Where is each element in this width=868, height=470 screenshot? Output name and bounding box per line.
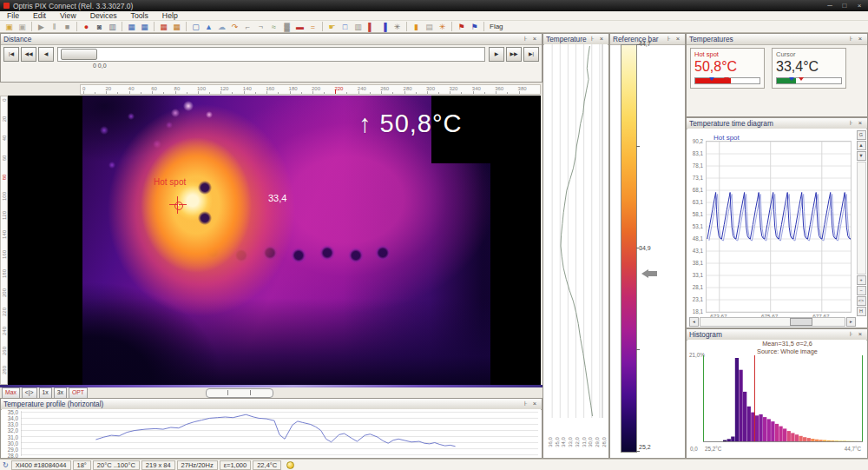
menu-item-edit[interactable]: Edit	[26, 11, 53, 20]
nav-back-button-0[interactable]: |◀	[3, 47, 19, 62]
pin-icon[interactable]: ⊦	[847, 330, 856, 339]
hotspot-crosshair-marker[interactable]	[173, 200, 183, 210]
time-corner-button-3[interactable]: H	[857, 307, 866, 316]
close-icon[interactable]: ×	[597, 35, 606, 43]
hprofile-ytick-4: 31,0	[3, 434, 18, 440]
toolbar-play-icon[interactable]: ▶	[36, 22, 47, 32]
distance-slider[interactable]	[57, 47, 485, 62]
toolbar-stop-icon[interactable]: ■	[62, 22, 73, 32]
time-hscroll-thumb[interactable]	[790, 318, 812, 326]
menu-item-tools[interactable]: Tools	[124, 11, 155, 20]
cursor-card-bar	[776, 77, 842, 84]
time-vscroll-track[interactable]	[857, 162, 866, 275]
toolbar-palette-blue-icon[interactable]: ▐	[378, 22, 390, 32]
toolbar-snapshot-icon[interactable]: ◙	[94, 22, 105, 32]
histogram-title: Histogram	[689, 330, 722, 339]
scroll-left-arrow[interactable]: ◂	[689, 317, 699, 327]
toolbar-line-diagram-icon[interactable]: ≈	[268, 22, 279, 32]
toolbar-star-icon[interactable]: ✳	[437, 22, 448, 32]
toolbar-flag-red-icon[interactable]: ⚑	[456, 22, 467, 32]
ruler-tick	[370, 92, 371, 94]
toolbar-flag-blue-icon[interactable]: ⚑	[469, 22, 480, 32]
toolbar-subtract-icon[interactable]: ▬	[294, 22, 306, 32]
toolbar-table-orange-icon[interactable]: ▦	[171, 22, 182, 32]
toolbar-arrow-redo-icon[interactable]: ↷	[229, 22, 240, 32]
close-icon[interactable]: ×	[674, 35, 682, 43]
time-side-button-0[interactable]: G	[857, 130, 866, 140]
toolbar-pause-icon[interactable]: ‖	[49, 22, 60, 32]
maximize-button[interactable]: □	[839, 2, 850, 10]
toolbar-range-icon[interactable]: =	[307, 22, 319, 32]
toolbar-palette-red-icon[interactable]: ▌	[365, 22, 377, 32]
toolbar-hand-icon[interactable]: ☛	[326, 22, 338, 32]
toolbar-open-file-icon[interactable]: ▣	[3, 22, 15, 32]
vprofile-xtick-3: 33,0	[568, 437, 573, 447]
toolbar-cloud-icon[interactable]: ☁	[216, 22, 227, 32]
pin-icon[interactable]: ⊦	[665, 35, 674, 43]
time-ytick-9: 43,1	[687, 248, 703, 254]
close-icon[interactable]: ×	[530, 400, 539, 408]
lamp-icon[interactable]	[286, 461, 294, 469]
toolbar-record-icon[interactable]: ●	[81, 22, 92, 32]
menu-item-help[interactable]: Help	[155, 11, 185, 20]
ruler-left-label-200: 200	[2, 287, 7, 299]
nav-forward-button-0[interactable]: ▶	[489, 47, 504, 62]
time-side-button-2[interactable]: ▼	[857, 151, 866, 161]
distance-slider-thumb[interactable]	[61, 49, 97, 60]
time-ytick-11: 33,1	[687, 272, 703, 278]
toolbar-temp-box-icon[interactable]: ▮	[411, 22, 422, 32]
ruler-left-label-60: 60	[2, 152, 7, 164]
toolbar-histogram-tool-icon[interactable]: ▓	[281, 22, 293, 32]
close-button[interactable]: ×	[854, 2, 865, 10]
ruler-tick	[187, 92, 187, 94]
nav-back-button-1[interactable]: ◀◀	[21, 47, 36, 62]
time-corner-button-1[interactable]: −	[857, 286, 866, 295]
ruler-left-label-100: 100	[2, 190, 7, 202]
toolbar-table-red-icon[interactable]: ▦	[158, 22, 169, 32]
thermal-canvas[interactable]: Hot spot 33,4 ↑ 50,8°C	[8, 96, 541, 385]
nav-forward-button-2[interactable]: ▶|	[523, 47, 539, 62]
toolbar-table-blue-icon[interactable]: ▦	[126, 22, 137, 32]
pin-icon[interactable]: ⊦	[847, 35, 856, 43]
scale-arrow-marker[interactable]	[641, 269, 659, 278]
toolbar-chart-peak-icon[interactable]: ▲	[203, 22, 214, 32]
scroll-right-arrow[interactable]: ▸	[846, 317, 856, 327]
close-icon[interactable]: ×	[856, 330, 865, 339]
time-ytick-13: 23,1	[687, 296, 703, 302]
toolbar-profile-horizontal-icon[interactable]: ⌐	[242, 22, 253, 32]
toolbar-settings-icon[interactable]: ✳	[391, 22, 403, 32]
nav-forward-button-1[interactable]: ▶▶	[506, 47, 522, 62]
pin-icon[interactable]: ⊦	[847, 119, 856, 128]
toolbar-table-blue-2-icon[interactable]: ▦	[139, 22, 150, 32]
close-icon[interactable]: ×	[530, 35, 539, 43]
zoom-slider[interactable]	[206, 388, 273, 398]
menu-item-view[interactable]: View	[53, 11, 83, 20]
toolbar-save-icon[interactable]: ▣	[16, 22, 28, 32]
toolbar-grid-2-icon[interactable]: ▤	[424, 22, 435, 32]
nav-back-button-2[interactable]: ◀	[38, 47, 54, 62]
time-corner-button-0[interactable]: +	[857, 275, 866, 285]
toolbar-new-view-icon[interactable]: ▢	[190, 22, 201, 32]
ruler-tick	[266, 91, 267, 94]
toolbar-select-area-icon[interactable]: □	[339, 22, 351, 32]
toolbar-profile-vertical-icon[interactable]: ¬	[255, 22, 266, 32]
ruler-tick	[427, 91, 428, 94]
close-icon[interactable]: ×	[856, 119, 865, 128]
time-hscroll-track[interactable]	[700, 317, 845, 327]
close-icon[interactable]: ×	[856, 35, 865, 43]
menu-item-devices[interactable]: Devices	[83, 11, 124, 20]
pin-icon[interactable]: ⊦	[589, 35, 597, 43]
time-diagram-horizontal-scrollbar: ◂▸	[689, 318, 856, 326]
ruler-left-label-40: 40	[2, 132, 7, 144]
toolbar-copy-icon[interactable]: ▥	[107, 22, 118, 32]
pin-icon[interactable]: ⊦	[522, 400, 530, 408]
pin-icon[interactable]: ⊦	[522, 35, 530, 43]
ruler-tick	[381, 91, 382, 94]
time-corner-button-2[interactable]: <>	[857, 296, 866, 306]
time-diagram-title: Temperature time diagram	[689, 119, 773, 128]
time-side-button-1[interactable]: ▲	[857, 141, 866, 150]
ruler-tick	[392, 92, 393, 94]
minimize-button[interactable]: ─	[825, 2, 835, 10]
toolbar-gray-grid-icon[interactable]: ▥	[352, 22, 364, 32]
menu-item-file[interactable]: File	[0, 11, 26, 20]
